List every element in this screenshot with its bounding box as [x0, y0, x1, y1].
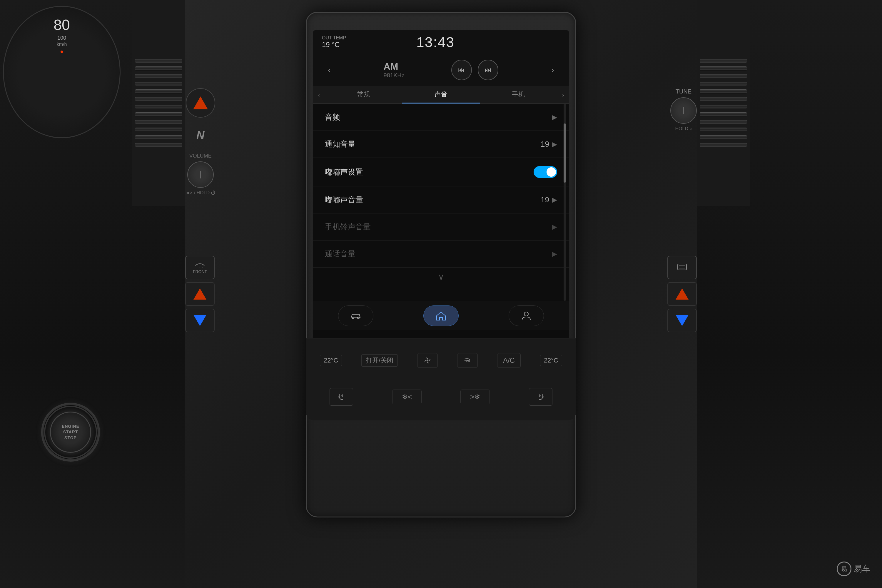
fan-svg-icon	[423, 356, 432, 365]
fast-forward-button[interactable]: ⏭	[478, 60, 498, 80]
setting-row-notify-volume[interactable]: 通知音量 19 ▶	[313, 131, 569, 158]
svg-point-2	[524, 312, 528, 316]
left-temp-down-button[interactable]	[185, 309, 214, 332]
svg-point-3	[427, 360, 428, 362]
vent-slat	[700, 89, 747, 93]
vent-slat	[135, 112, 182, 116]
left-temp-up-button[interactable]	[185, 282, 214, 306]
nav-home-button[interactable]	[423, 306, 459, 326]
climate-row-2: ❄< >❄	[310, 388, 572, 406]
home-icon	[435, 310, 447, 321]
vent-slat	[135, 74, 182, 78]
tab-sound[interactable]: 声音	[402, 86, 480, 104]
vent-slat	[135, 59, 182, 63]
status-bar: OUT TEMP 19 °C 13:43	[313, 30, 569, 54]
seat-heat-left-icon	[337, 393, 346, 401]
setting-label-audio: 音频	[325, 112, 340, 122]
setting-row-call-volume[interactable]: 通话音量 ▶	[313, 240, 569, 267]
tab-regular[interactable]: 常规	[325, 86, 402, 104]
vent-slat	[135, 66, 182, 70]
vent-slat	[700, 135, 747, 140]
mute-hold-label: ◄× / HOLD ⏻	[185, 190, 216, 195]
rear-defrost-button[interactable]	[668, 256, 697, 279]
right-seat-heat-button[interactable]	[529, 388, 552, 406]
media-controls: ⏮ ⏭	[451, 60, 498, 80]
tab-prev-button[interactable]: ‹	[313, 86, 325, 104]
tune-knob[interactable]	[670, 98, 697, 124]
vent-slat	[700, 82, 747, 86]
left-arrow-controls: FRONT	[185, 256, 214, 332]
speedometer-cluster: 80 100 km/h	[3, 6, 120, 138]
setting-row-beep[interactable]: 嘟嘟声设置	[313, 158, 569, 186]
volume-knob[interactable]	[187, 161, 214, 188]
temperature-display: OUT TEMP 19 °C	[322, 35, 346, 49]
bottom-nav-bar	[313, 301, 569, 330]
beep-toggle[interactable]	[534, 166, 557, 178]
setting-row-audio[interactable]: 音频 ▶	[313, 104, 569, 131]
climate-left-temp: 22°C	[320, 355, 342, 366]
vent-slat	[700, 74, 747, 78]
nav-user-button[interactable]	[508, 306, 544, 326]
setting-row-beep-volume[interactable]: 嘟嘟声音量 19 ▶	[313, 186, 569, 213]
setting-label-notify-volume: 通知音量	[325, 139, 356, 149]
front-label: FRONT	[193, 269, 207, 274]
scrollbar-track	[564, 104, 566, 301]
scrollbar-thumb[interactable]	[564, 123, 566, 183]
climate-airflow-icon[interactable]	[457, 353, 478, 368]
vent-slat	[135, 105, 182, 109]
nav-car-button[interactable]	[338, 306, 374, 326]
climate-row-1: 22°C 打开/关闭 A/C 22°C	[310, 353, 572, 368]
notify-volume-number: 19	[541, 140, 549, 149]
climate-right-temp: 22°C	[540, 355, 562, 366]
speed-label: 80 100 km/h	[54, 16, 70, 48]
engine-start-stop-button[interactable]: ENGINE START STOP	[44, 406, 97, 459]
engine-start-label: ENGINE START STOP	[62, 424, 80, 441]
tune-control-group: TUNE HOLD ♪	[670, 88, 697, 131]
out-temp-label: OUT TEMP	[322, 35, 346, 40]
fan-speed-decrease-button[interactable]: ❄<	[392, 390, 422, 404]
right-temp-up-button[interactable]	[668, 282, 697, 306]
right-arrow-down-icon	[676, 315, 688, 326]
tune-label: TUNE	[676, 88, 692, 95]
vent-slat	[700, 128, 747, 132]
beep-volume-number: 19	[541, 195, 549, 204]
watermark: 易 易车	[837, 561, 870, 576]
vent-slat	[135, 89, 182, 93]
right-arrow-controls	[668, 256, 697, 332]
seat-heat-right-icon	[536, 393, 545, 401]
front-defrost-button[interactable]: FRONT	[185, 256, 214, 279]
media-header: ‹ AM 981KHz ⏮ ⏭ ›	[313, 54, 569, 86]
vent-slat	[700, 120, 747, 124]
climate-controls-panel: 22°C 打开/关闭 A/C 22°C	[306, 338, 576, 420]
rewind-button[interactable]: ⏮	[451, 60, 472, 80]
right-physical-controls: TUNE HOLD ♪	[670, 88, 697, 131]
ac-button[interactable]: A/C	[497, 353, 520, 368]
defrost-front-icon	[194, 261, 206, 269]
out-temp-value: 19 °C	[322, 40, 340, 48]
right-temp-down-button[interactable]	[668, 309, 697, 332]
settings-tab-bar: ‹ 常规 声音 手机 ›	[313, 86, 569, 104]
setting-row-ringtone-volume[interactable]: 手机铃声音量 ▶	[313, 213, 569, 240]
climate-fan-icon[interactable]	[417, 353, 438, 368]
infotainment-screen[interactable]: OUT TEMP 19 °C 13:43 ‹ AM 981KHz ⏮ ⏭ › ‹…	[313, 30, 569, 342]
vent-slat	[135, 135, 182, 140]
vent-slat	[700, 66, 747, 70]
media-info: AM 981KHz	[384, 61, 405, 79]
watermark-text: 易车	[854, 563, 870, 574]
hazard-button[interactable]	[186, 88, 215, 118]
tab-next-button[interactable]: ›	[557, 86, 569, 104]
rear-defrost-icon	[676, 262, 688, 273]
warning-light	[61, 51, 63, 53]
svg-point-0	[352, 317, 354, 319]
media-next-button[interactable]: ›	[545, 61, 560, 79]
left-seat-heat-button[interactable]	[330, 388, 353, 406]
media-prev-button[interactable]: ‹	[322, 61, 337, 79]
hazard-triangle-icon	[193, 96, 208, 110]
fan-speed-increase-button[interactable]: >❄	[460, 390, 490, 404]
vent-slat	[135, 120, 182, 124]
vent-slat	[135, 128, 182, 132]
vent-slat	[135, 143, 182, 147]
climate-open-close-btn[interactable]: 打开/关闭	[362, 354, 398, 367]
tab-phone[interactable]: 手机	[480, 86, 557, 104]
watermark-circle-text: 易	[841, 565, 847, 573]
